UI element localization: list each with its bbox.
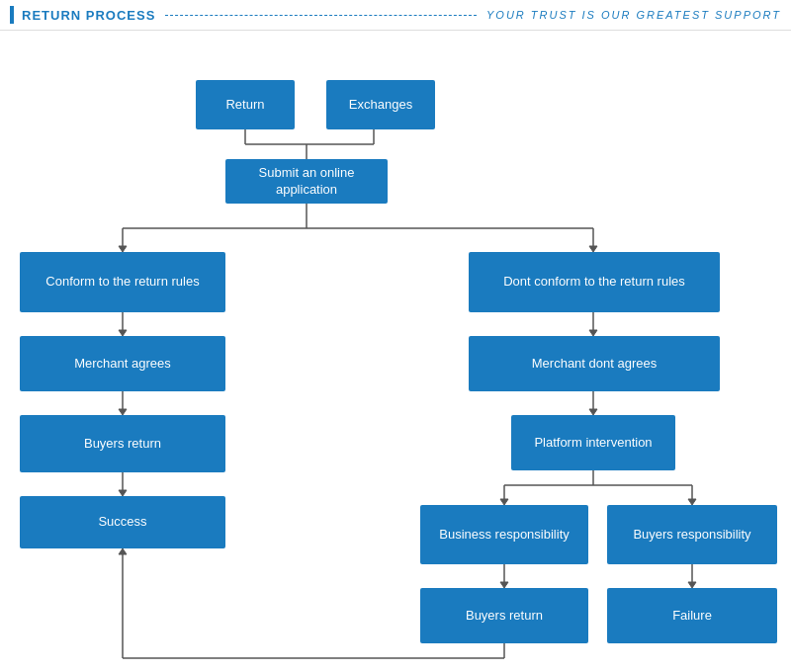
merchant-dont-box: Merchant dont agrees (469, 336, 720, 391)
buyers-return-right-box: Buyers return (420, 588, 588, 643)
conform-box: Conform to the return rules (20, 252, 225, 312)
success-box: Success (20, 496, 225, 548)
failure-box: Failure (607, 588, 777, 643)
buyers-return-left-box: Buyers return (20, 415, 225, 472)
header-title: RETURN PROCESS (22, 8, 155, 23)
header: RETURN PROCESS YOUR TRUST IS OUR GREATES… (0, 0, 791, 31)
svg-marker-34 (119, 548, 127, 554)
header-dashes (165, 15, 477, 16)
header-tagline: YOUR TRUST IS OUR GREATEST SUPPORT (486, 9, 781, 21)
merchant-agrees-box: Merchant agrees (20, 336, 225, 391)
submit-box: Submit an online application (225, 159, 388, 204)
business-resp-box: Business responsibility (420, 505, 588, 564)
diagram: Return Exchanges Submit an online applic… (0, 31, 791, 671)
platform-box: Platform intervention (511, 415, 675, 470)
header-bar (10, 6, 14, 24)
buyers-resp-box: Buyers responsibility (607, 505, 777, 564)
dont-conform-box: Dont conform to the return rules (469, 252, 720, 312)
return-box: Return (196, 80, 295, 129)
exchanges-box: Exchanges (326, 80, 435, 129)
